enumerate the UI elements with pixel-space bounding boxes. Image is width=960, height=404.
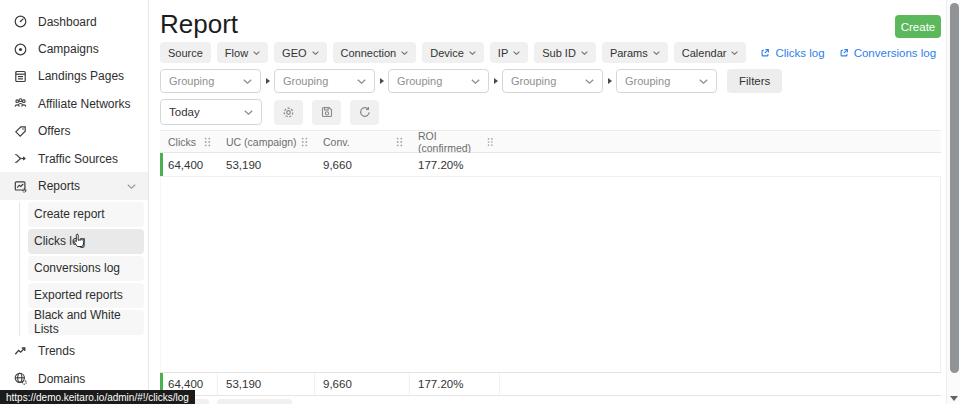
column-header-uc-campaign[interactable]: UC (campaign) [218,131,315,152]
pagination-page-size-select[interactable] [217,399,292,404]
clicks-log-link[interactable]: Clicks log [760,47,824,59]
subnav-label: Create report [34,207,105,221]
filter-chip-ip[interactable]: IP [490,42,528,63]
chevron-down-icon [585,79,594,84]
scrollbar-thumb[interactable] [950,3,959,373]
column-header-roi-confirmed[interactable]: ROI (confirmed) [410,131,500,152]
speedometer-icon [14,15,27,28]
subnav-label: Clicks log [34,234,85,248]
filter-chip-calendar[interactable]: Calendar [674,42,747,63]
grouping-select-1[interactable]: Grouping [160,69,261,93]
column-header-clicks[interactable]: Clicks [160,131,218,152]
create-button[interactable]: Create [895,15,941,38]
chevron-down-icon [653,51,660,55]
chevron-down-icon [357,79,366,84]
sidebar-item-clicks-log[interactable]: Clicks log [28,229,144,254]
sidebar-item-label: Reports [38,179,80,193]
sidebar-item-campaigns[interactable]: Campaigns [0,35,148,62]
cell-uc-campaign: 53,190 [218,159,315,171]
save-report-button[interactable] [312,100,341,125]
chevron-down-icon [469,51,476,55]
filter-chip-source[interactable]: Source [160,42,211,63]
sidebar-item-create-report[interactable]: Create report [28,202,144,227]
grouping-select-2[interactable]: Grouping [274,69,375,93]
sidebar-item-traffic-sources[interactable]: Traffic Sources [0,145,148,172]
column-label: Conv. [323,136,350,148]
vertical-scrollbar[interactable] [946,0,960,404]
chevron-down-icon [581,51,588,55]
chevron-down-icon [127,184,136,189]
subnav-label: Black and White Lists [34,308,144,336]
chevron-down-icon [471,79,480,84]
grouping-separator-arrow [380,78,384,84]
filter-chip-sub-id[interactable]: Sub ID [534,42,596,63]
grouping-select-3[interactable]: Grouping [388,69,489,93]
status-url-text: https://demo.keitaro.io/admin/#!/clicks/… [6,392,189,403]
grouping-separator-arrow [608,78,612,84]
filter-chip-device[interactable]: Device [422,42,484,63]
sidebar-item-reports[interactable]: Reports [0,172,148,199]
drag-grip-icon[interactable] [204,137,211,147]
sidebar-item-offers[interactable]: Offers [0,118,148,145]
drag-grip-icon[interactable] [396,137,403,147]
filter-chip-params[interactable]: Params [602,42,668,63]
sidebar-item-exported-reports[interactable]: Exported reports [28,283,144,308]
filters-button[interactable]: Filters [727,69,782,93]
summary-uc-campaign: 53,190 [218,373,315,395]
column-label: UC (campaign) [226,136,297,148]
chevron-down-icon [243,79,252,84]
table-header: Clicks UC (campaign) Conv. ROI (confirme… [160,130,941,153]
refresh-button[interactable] [350,100,379,125]
chevron-down-icon [731,51,738,55]
subnav-label: Conversions log [34,261,120,275]
filter-chip-geo[interactable]: GEO [274,42,326,63]
grouping-select-4[interactable]: Grouping [502,69,603,93]
cell-clicks: 64,400 [160,159,218,171]
globe-gear-icon [14,372,27,385]
sidebar-item-black-white-lists[interactable]: Black and White Lists [28,310,144,335]
submenu-indent-guide [19,202,20,336]
cell-roi-confirmed: 177.20% [410,159,500,171]
column-header-spacer [500,131,941,152]
chip-label: GEO [282,47,306,59]
table-row[interactable]: 64,400 53,190 9,660 177.20% [160,153,941,177]
date-range-value: Today [169,106,200,118]
table-summary-row: 64,400 53,190 9,660 177.20% [160,372,941,396]
settings-button[interactable] [274,100,303,125]
select-placeholder: Grouping [169,75,214,87]
sidebar-item-dashboard[interactable]: Dashboard [0,8,148,35]
sidebar-item-affiliate-networks[interactable]: Affiliate Networks [0,90,148,117]
chip-label: Params [610,47,648,59]
column-header-conv[interactable]: Conv. [315,131,410,152]
chip-label: IP [498,47,508,59]
sidebar-item-label: Domains [38,372,85,386]
grouping-separator-arrow [266,78,270,84]
drag-grip-icon[interactable] [301,137,308,147]
sidebar-item-domains[interactable]: Domains [0,365,148,392]
date-range-row: Today [160,99,379,125]
cell-conv: 9,660 [315,159,410,171]
chip-label: Flow [225,47,248,59]
date-range-select[interactable]: Today [160,99,262,125]
tag-icon [14,125,27,138]
chevron-down-icon [513,51,520,55]
sidebar: Dashboard Campaigns Landings Pages Affil… [0,0,149,404]
conversions-log-link[interactable]: Conversions log [839,47,936,59]
filter-chip-flow[interactable]: Flow [217,42,268,63]
chevron-down-icon [244,110,253,115]
subnav-label: Exported reports [34,288,123,302]
filter-chip-connection[interactable]: Connection [333,42,417,63]
chevron-down-icon [253,51,260,55]
row-accent-bar [160,153,163,176]
sidebar-item-trends[interactable]: Trends [0,338,148,365]
sidebar-item-conversions-log[interactable]: Conversions log [28,256,144,281]
scrollbar-down-arrow[interactable] [950,396,958,401]
sidebar-item-label: Landings Pages [38,69,124,83]
sidebar-item-landings-pages[interactable]: Landings Pages [0,63,148,90]
grouping-row: Grouping Grouping Grouping Grouping Grou… [160,69,782,93]
chevron-down-icon [699,79,708,84]
sidebar-item-label: Trends [38,344,75,358]
filter-chips-row: Source Flow GEO Connection Device IP Sub… [160,42,936,63]
drag-grip-icon[interactable] [487,137,493,147]
grouping-select-5[interactable]: Grouping [616,69,717,93]
